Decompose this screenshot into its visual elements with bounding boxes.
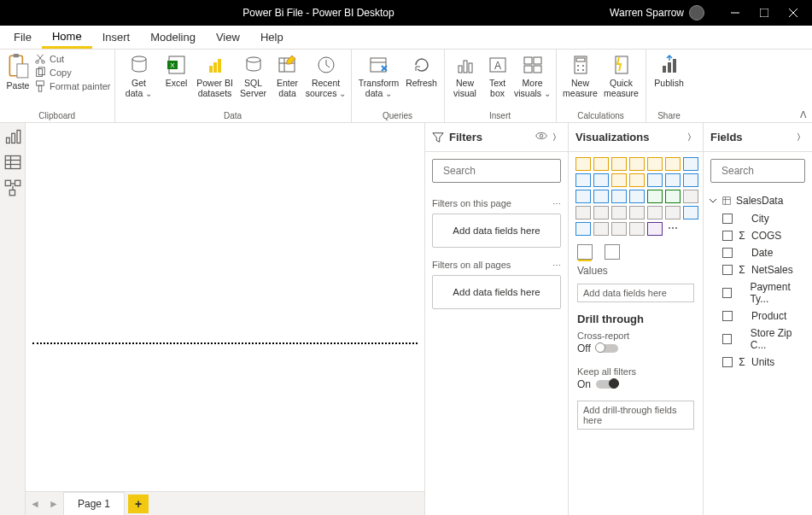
page-next-button[interactable]: ►: [44, 495, 63, 513]
refresh-button[interactable]: Refresh: [403, 51, 441, 108]
viz-decomposition[interactable]: [611, 222, 627, 236]
viz-matrix[interactable]: [665, 206, 681, 219]
filters-search-input[interactable]: [443, 165, 571, 177]
quick-measure-button[interactable]: Quickmeasure: [601, 51, 642, 108]
checkbox[interactable]: [722, 248, 733, 258]
chevron-right-icon[interactable]: 〉: [552, 132, 561, 143]
field-row[interactable]: ΣUnits: [707, 354, 809, 371]
more-icon[interactable]: ⋯: [552, 199, 561, 208]
tab-home[interactable]: Home: [42, 26, 92, 49]
tab-help[interactable]: Help: [250, 26, 294, 49]
new-visual-button[interactable]: Newvisual: [448, 51, 482, 108]
viz-more[interactable]: ⋯: [665, 222, 681, 236]
field-row[interactable]: ΣCOGS: [707, 227, 809, 244]
keep-filters-toggle[interactable]: On: [577, 378, 694, 390]
copy-button[interactable]: Copy: [34, 67, 111, 79]
page-prev-button[interactable]: ◄: [26, 495, 44, 513]
viz-card[interactable]: [575, 206, 591, 219]
new-measure-button[interactable]: Newmeasure: [560, 51, 601, 108]
viz-stacked-bar[interactable]: [575, 157, 591, 171]
format-mode-button[interactable]: [605, 244, 620, 260]
add-page-button[interactable]: +: [128, 495, 149, 513]
viz-slicer[interactable]: [629, 206, 645, 219]
viz-line-column[interactable]: [611, 173, 627, 187]
paste-button[interactable]: Paste: [3, 51, 32, 91]
tab-insert[interactable]: Insert: [92, 26, 141, 49]
pbi-datasets-button[interactable]: Power BIdatasets: [194, 51, 237, 108]
ribbon-collapse-button[interactable]: ᐱ: [800, 109, 807, 120]
field-row[interactable]: ΣNetSales: [707, 261, 809, 278]
eye-icon[interactable]: [535, 130, 547, 144]
checkbox[interactable]: [722, 357, 733, 367]
checkbox[interactable]: [722, 288, 732, 298]
viz-stacked-column[interactable]: [593, 157, 609, 171]
page-tab-1[interactable]: Page 1: [63, 492, 125, 515]
viz-pie[interactable]: [593, 190, 609, 203]
viz-clustered-column[interactable]: [629, 157, 645, 171]
viz-donut[interactable]: [611, 190, 627, 203]
tab-file[interactable]: File: [3, 26, 42, 49]
field-row[interactable]: Date: [707, 244, 809, 261]
viz-funnel[interactable]: [683, 173, 698, 187]
tab-modeling[interactable]: Modeling: [140, 26, 206, 49]
viz-line-clustered[interactable]: [629, 173, 645, 187]
chevron-right-icon[interactable]: 〉: [797, 132, 805, 143]
report-view-icon[interactable]: [4, 128, 21, 145]
filters-all-pages-dropzone[interactable]: Add data fields here: [432, 275, 561, 309]
more-visuals-button[interactable]: Morevisuals ⌄: [513, 51, 552, 108]
viz-paginated[interactable]: [647, 222, 663, 236]
field-row[interactable]: Store Zip C...: [707, 325, 809, 354]
viz-area[interactable]: [575, 173, 591, 187]
checkbox[interactable]: [722, 231, 733, 241]
viz-python[interactable]: [575, 222, 591, 236]
viz-waterfall[interactable]: [665, 173, 681, 187]
format-painter-button[interactable]: Format painter: [34, 80, 111, 92]
viz-qna[interactable]: [629, 222, 645, 236]
checkbox[interactable]: [722, 334, 732, 344]
values-dropzone[interactable]: Add data fields here: [577, 284, 694, 302]
viz-filled-map[interactable]: [665, 190, 681, 203]
viz-multi-card[interactable]: [593, 206, 609, 219]
viz-100-bar[interactable]: [647, 157, 663, 171]
chevron-right-icon[interactable]: 〉: [687, 132, 696, 143]
maximize-button[interactable]: [752, 1, 776, 25]
tab-view[interactable]: View: [206, 26, 250, 49]
viz-table[interactable]: [647, 206, 663, 219]
field-row[interactable]: Product: [707, 307, 809, 325]
viz-100-column[interactable]: [665, 157, 681, 171]
filters-search[interactable]: [432, 159, 561, 183]
minimize-button[interactable]: [723, 1, 747, 25]
cut-button[interactable]: Cut: [34, 53, 111, 65]
checkbox[interactable]: [722, 311, 733, 321]
viz-clustered-bar[interactable]: [611, 157, 627, 171]
viz-key-influencers[interactable]: [593, 222, 609, 236]
cross-report-toggle[interactable]: Off: [577, 342, 694, 354]
filters-this-page-dropzone[interactable]: Add data fields here: [432, 214, 561, 248]
field-row[interactable]: Payment Ty...: [707, 278, 809, 307]
text-box-button[interactable]: A Textbox: [482, 51, 513, 108]
data-view-icon[interactable]: [4, 154, 21, 171]
recent-sources-button[interactable]: Recentsources ⌄: [305, 51, 348, 108]
viz-kpi[interactable]: [611, 206, 627, 219]
transform-data-button[interactable]: Transformdata ⌄: [355, 51, 403, 108]
fields-mode-button[interactable]: [577, 244, 593, 260]
field-row[interactable]: City: [707, 210, 809, 227]
viz-map[interactable]: [647, 190, 663, 203]
publish-button[interactable]: Publish: [650, 51, 689, 108]
user-account[interactable]: Warren Sparrow: [610, 5, 704, 20]
fields-search-input[interactable]: [721, 165, 812, 177]
viz-ribbon[interactable]: [647, 173, 663, 187]
viz-line[interactable]: [683, 157, 698, 171]
viz-scatter[interactable]: [575, 190, 591, 203]
excel-button[interactable]: X Excel: [160, 51, 194, 108]
checkbox[interactable]: [722, 265, 733, 275]
report-canvas[interactable]: [26, 123, 424, 491]
viz-gauge[interactable]: [683, 190, 698, 203]
drill-through-dropzone[interactable]: Add drill-through fields here: [577, 401, 694, 430]
get-data-button[interactable]: Getdata ⌄: [119, 51, 160, 108]
fields-table[interactable]: SalesData: [707, 191, 809, 210]
sql-server-button[interactable]: SQLServer: [237, 51, 271, 108]
viz-treemap[interactable]: [629, 190, 645, 203]
model-view-icon[interactable]: [4, 179, 21, 196]
enter-data-button[interactable]: Enterdata: [271, 51, 305, 108]
